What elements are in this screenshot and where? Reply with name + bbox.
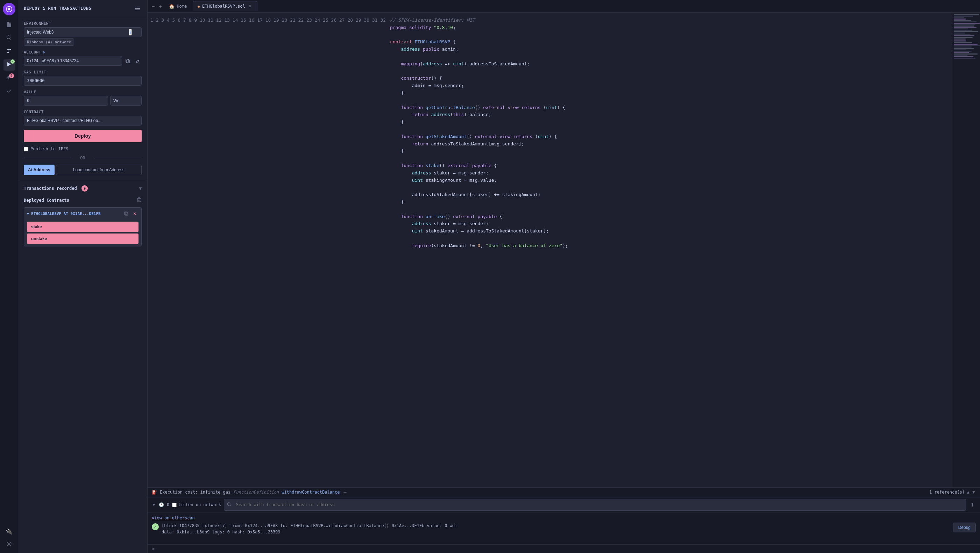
stake-function-btn[interactable]: stake [27, 222, 138, 232]
account-field: ACCOUNT ⊕ 0x124...a9FA8 (0.18345734 [24, 50, 142, 66]
svg-marker-9 [7, 62, 11, 67]
clock-icon: 🕐 [159, 502, 164, 507]
publish-ipfs-label: Publish to IPFS [30, 146, 68, 151]
tx-data-text: data: 0xbfa...b3db9 logs: 0 hash: 0x5a5.… [162, 529, 280, 534]
home-tab-label: Home [177, 4, 187, 9]
terminal-collapse-btn[interactable]: ▼ [152, 502, 156, 507]
tab-bar: − + 🏠 Home ◈ ETHGlobalRSVP.sol ✕ [148, 0, 980, 13]
deploy-run-icon-btn[interactable]: ✓ [3, 59, 15, 71]
svg-line-27 [230, 505, 231, 506]
contract-field: CONTRACT ETHGlobalRSVP - contracts/ETHGl… [24, 110, 142, 126]
transactions-chevron-icon: ▼ [139, 186, 142, 191]
ethglobal-tab-label: ETHGlobalRSVP.sol [202, 4, 245, 9]
environment-info-btn[interactable]: ℹ [129, 29, 132, 36]
etherscan-link[interactable]: view on etherscan [152, 516, 195, 521]
zoom-in-btn[interactable]: + [158, 2, 163, 11]
copy-contract-btn[interactable] [123, 210, 130, 218]
unstake-function-btn[interactable]: unstake [27, 234, 138, 244]
clear-contracts-button[interactable] [137, 197, 142, 203]
tx-details-text: [block:10477835 txIndex:7] from: 0x124..… [162, 523, 457, 535]
copy-account-btn[interactable] [124, 57, 132, 65]
tx-block-text: [block:10477835 txIndex:7] from: 0x124..… [162, 523, 457, 528]
debug-button[interactable]: Debug [953, 523, 976, 532]
environment-label: ENVIRONMENT [24, 21, 142, 26]
contract-select[interactable]: ETHGlobalRSVP - contracts/ETHGlob... [24, 116, 142, 126]
or-divider: OR [24, 156, 142, 160]
zoom-out-btn[interactable]: − [150, 2, 156, 11]
code-content[interactable]: // SPDX-License-Identifier: MIT pragma s… [390, 13, 952, 487]
transactions-badge: 9 [81, 185, 88, 192]
sidebar-menu-btn[interactable] [133, 4, 142, 13]
close-ethglobal-tab-btn[interactable]: ✕ [247, 3, 253, 9]
value-input[interactable]: 0 [24, 96, 108, 106]
svg-rect-10 [7, 77, 9, 79]
remove-contract-btn[interactable]: ✕ [131, 210, 138, 218]
tx-success-icon: ✓ [152, 523, 159, 530]
network-badge: Rinkeby (4) network [24, 38, 74, 46]
contract-item-name: ETHGLOBALRSVP AT 0X1AE...DE1FB [31, 211, 120, 216]
svg-rect-24 [125, 213, 128, 215]
ref-next-btn[interactable]: ▼ [972, 490, 976, 495]
search-icon-btn[interactable] [3, 33, 15, 44]
svg-point-14 [8, 543, 10, 545]
files-icon [6, 21, 12, 29]
svg-point-1 [8, 8, 10, 10]
git-icon-btn[interactable] [3, 46, 15, 57]
value-unit-select[interactable]: Wei Gwei Finney Ether [110, 96, 142, 106]
listen-network-checkbox[interactable] [172, 503, 177, 507]
line-numbers: 1 2 3 4 5 6 7 8 9 10 11 12 13 14 15 16 1… [148, 13, 390, 487]
svg-rect-15 [135, 6, 140, 7]
plugin2-icon-btn[interactable]: 🔌 [3, 526, 15, 537]
sidebar-title: DEPLOY & RUN TRANSACTIONS [24, 6, 91, 11]
value-label: VALUE [24, 90, 142, 94]
environment-select[interactable]: Injected Web3 JavaScript VM (Berlin) Jav… [24, 27, 142, 37]
files-icon-btn[interactable] [3, 19, 15, 31]
deployed-contract-item: ▼ ETHGLOBALRSVP AT 0X1AE...DE1FB ✕ stake… [24, 207, 142, 246]
terminal-search-input[interactable] [233, 500, 963, 509]
plugin-manager-icon-btn[interactable]: 5 [3, 73, 15, 84]
settings-icon-btn[interactable] [3, 539, 15, 550]
ref-prev-btn[interactable]: ▲ [966, 490, 970, 495]
settings-icon [6, 541, 12, 548]
terminal-search-icon [227, 502, 231, 508]
icon-bar: ✓ 5 🔌 [0, 0, 18, 553]
code-editor[interactable]: 1 2 3 4 5 6 7 8 9 10 11 12 13 14 15 16 1… [148, 13, 980, 487]
gas-limit-input[interactable]: 3000000 [24, 76, 142, 86]
environment-select-wrapper: Injected Web3 JavaScript VM (Berlin) Jav… [24, 27, 142, 37]
listen-network-label: listen on network [178, 502, 221, 507]
execution-cost-text: Execution cost: infinite gas [160, 490, 231, 495]
svg-rect-16 [135, 8, 140, 9]
value-row: 0 Wei Gwei Finney Ether [24, 96, 142, 106]
svg-point-4 [7, 49, 9, 50]
at-address-row: At Address Load contract from Address [24, 165, 142, 175]
deploy-button[interactable]: Deploy [24, 130, 142, 142]
transactions-recorded-section[interactable]: Transactions recorded 9 ▼ [18, 183, 147, 194]
sol-tab-icon: ◈ [197, 4, 200, 9]
edit-account-btn[interactable] [133, 57, 142, 65]
publish-ipfs-row: Publish to IPFS [24, 146, 142, 151]
svg-rect-18 [127, 60, 129, 63]
account-select[interactable]: 0x124...a9FA8 (0.18345734 [24, 56, 122, 66]
contract-item-actions: ✕ [123, 210, 138, 218]
expand-terminal-btn[interactable]: ⬆ [969, 502, 976, 508]
exec-bar-arrow-btn[interactable]: → [343, 489, 348, 495]
tab-home[interactable]: 🏠 Home [164, 2, 191, 11]
search-icon [6, 35, 12, 42]
deployed-contracts-section: Deployed Contracts [18, 194, 147, 206]
svg-line-3 [10, 38, 11, 40]
function-type-text: FunctionDefinition [233, 490, 279, 495]
transaction-entry: ✓ [block:10477835 txIndex:7] from: 0x124… [152, 523, 976, 535]
at-address-button[interactable]: At Address [24, 165, 54, 175]
test-icon-btn[interactable] [3, 86, 15, 97]
main-editor-area: − + 🏠 Home ◈ ETHGlobalRSVP.sol ✕ 1 2 3 4… [148, 0, 980, 553]
execution-bar: ⛽ Execution cost: infinite gas FunctionD… [148, 487, 980, 497]
contract-functions: stake unstake [24, 219, 141, 246]
account-row: 0x124...a9FA8 (0.18345734 [24, 56, 142, 66]
tab-ethglobal[interactable]: ◈ ETHGlobalRSVP.sol ✕ [193, 1, 258, 11]
function-name-text: withdrawContractBalance [282, 490, 340, 495]
publish-ipfs-checkbox[interactable] [24, 147, 28, 151]
load-contract-button[interactable]: Load contract from Address [56, 165, 142, 175]
account-plus-btn[interactable]: ⊕ [43, 50, 45, 54]
plugin2-icon: 🔌 [6, 528, 13, 535]
contract-chevron-icon[interactable]: ▼ [27, 212, 29, 216]
